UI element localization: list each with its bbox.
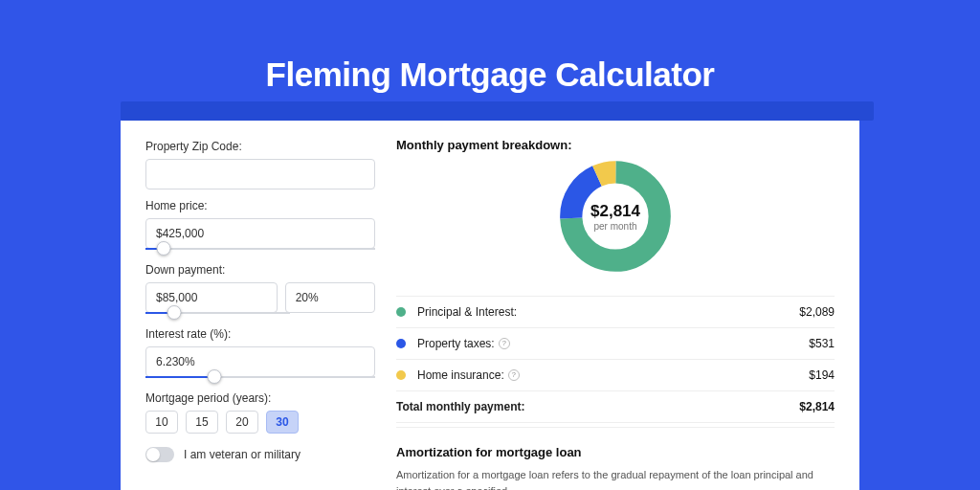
- breakdown-legend: Principal & Interest:$2,089Property taxe…: [396, 296, 835, 423]
- zip-input[interactable]: [145, 159, 375, 189]
- interest-rate-input[interactable]: [145, 346, 375, 377]
- mortgage-period-label: Mortgage period (years):: [145, 391, 375, 405]
- legend-dot-blue: [396, 339, 406, 348]
- legend-label: Principal & Interest:: [417, 305, 799, 319]
- down-payment-slider[interactable]: [145, 312, 290, 314]
- home-price-field: Home price:: [145, 199, 375, 250]
- veteran-toggle[interactable]: [145, 447, 174, 462]
- zip-field: Property Zip Code:: [145, 140, 375, 189]
- legend-row-total: Total monthly payment:$2,814: [396, 391, 835, 423]
- interest-rate-slider[interactable]: [145, 376, 375, 378]
- interest-rate-label: Interest rate (%):: [145, 327, 375, 341]
- mortgage-period-options: 10152030: [145, 411, 375, 434]
- mortgage-period-15[interactable]: 15: [186, 411, 218, 434]
- breakdown-column: Monthly payment breakdown: $2,814 per mo…: [396, 140, 835, 490]
- page-title: Fleming Mortgage Calculator: [0, 56, 980, 94]
- amortization-text: Amortization for a mortgage loan refers …: [396, 467, 835, 490]
- header-accent: [121, 101, 874, 121]
- veteran-label: I am veteran or military: [184, 448, 301, 461]
- mortgage-period-30[interactable]: 30: [266, 411, 299, 434]
- form-column: Property Zip Code: Home price: Down paym…: [145, 140, 375, 490]
- legend-value: $531: [809, 337, 835, 350]
- interest-rate-slider-thumb[interactable]: [208, 369, 222, 384]
- interest-rate-field: Interest rate (%):: [145, 327, 375, 378]
- legend-label: Property taxes:?: [417, 337, 809, 350]
- interest-rate-slider-fill: [145, 376, 214, 378]
- total-label: Total monthly payment:: [396, 400, 799, 413]
- breakdown-title: Monthly payment breakdown:: [396, 138, 835, 152]
- total-value: $2,814: [799, 400, 835, 413]
- down-payment-slider-thumb[interactable]: [167, 305, 182, 320]
- amortization-section: Amortization for mortgage loan Amortizat…: [396, 427, 835, 490]
- mortgage-period-20[interactable]: 20: [226, 411, 258, 434]
- legend-label: Home insurance:?: [417, 368, 809, 382]
- help-icon[interactable]: ?: [499, 338, 510, 349]
- legend-dot-green: [396, 307, 406, 317]
- veteran-toggle-knob: [146, 448, 160, 461]
- legend-value: $194: [809, 368, 835, 382]
- legend-dot-yellow: [396, 370, 406, 380]
- zip-label: Property Zip Code:: [145, 140, 375, 153]
- home-price-slider[interactable]: [145, 248, 375, 250]
- down-payment-input[interactable]: [145, 282, 278, 313]
- down-payment-pct-input[interactable]: [285, 282, 375, 313]
- legend-row-0: Principal & Interest:$2,089: [396, 297, 835, 328]
- veteran-row: I am veteran or military: [145, 447, 375, 462]
- help-icon[interactable]: ?: [508, 369, 520, 381]
- mortgage-period-field: Mortgage period (years): 10152030: [145, 391, 375, 434]
- home-price-slider-thumb[interactable]: [157, 241, 171, 256]
- donut-amount: $2,814: [590, 202, 640, 221]
- home-price-label: Home price:: [145, 199, 375, 212]
- down-payment-label: Down payment:: [145, 263, 375, 277]
- legend-row-1: Property taxes:?$531: [396, 328, 835, 360]
- calculator-card: Property Zip Code: Home price: Down paym…: [121, 121, 859, 490]
- donut-chart: $2,814 per month: [396, 158, 835, 275]
- home-price-input[interactable]: [145, 218, 375, 249]
- legend-row-2: Home insurance:?$194: [396, 360, 835, 391]
- amortization-title: Amortization for mortgage loan: [396, 445, 835, 459]
- legend-value: $2,089: [799, 305, 835, 319]
- mortgage-period-10[interactable]: 10: [145, 411, 178, 434]
- donut-sublabel: per month: [593, 221, 636, 232]
- down-payment-field: Down payment:: [145, 263, 375, 314]
